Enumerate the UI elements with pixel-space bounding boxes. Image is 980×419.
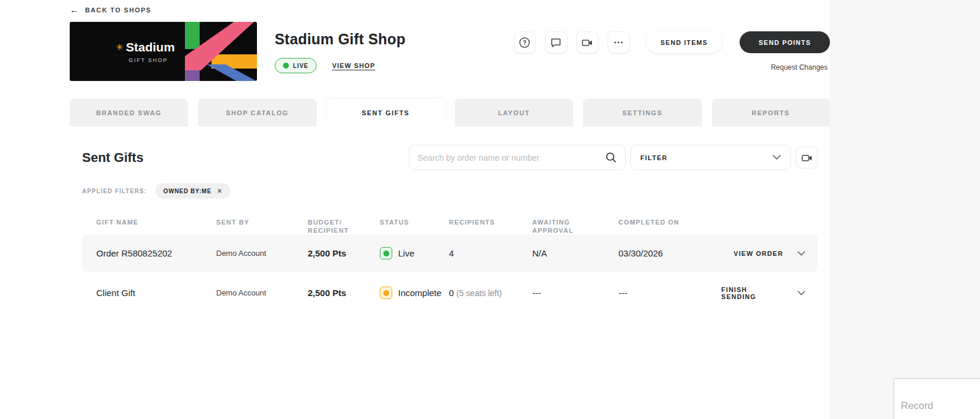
filter-chip-owned-by-me[interactable]: OWNED BY:ME ✕ [155, 183, 231, 199]
help-icon: ? [519, 37, 530, 48]
help-button[interactable]: ? [514, 31, 536, 53]
order-search [409, 145, 626, 170]
row-expand-chevron[interactable] [797, 251, 805, 256]
status-incomplete-icon [380, 287, 392, 299]
view-order-link[interactable]: VIEW ORDER [734, 250, 783, 257]
cell-sent-by: Demo Account [216, 249, 308, 258]
shop-banner-image: ✳ Stadium GIFT SHOP [70, 22, 257, 81]
table-header-row: GIFT NAME SENT BY BUDGET/ RECIPIENT STAT… [82, 218, 818, 235]
back-to-shops-link[interactable]: ← BACK TO SHOPS [70, 5, 830, 15]
seats-left-note: (5 seats left) [457, 288, 502, 298]
video-camera-icon [581, 37, 594, 48]
page-title: Stadium Gift Shop [275, 31, 405, 48]
main-column: ← BACK TO SHOPS ✳ Stadium GIFT SHOP Stad… [70, 0, 830, 311]
tab-sent-gifts[interactable]: SENT GIFTS [327, 99, 445, 126]
cell-recipients: 0 (5 seats left) [449, 288, 532, 298]
svg-text:?: ? [523, 40, 526, 46]
tab-layout[interactable]: LAYOUT [455, 99, 573, 126]
cell-awaiting-approval: N/A [532, 248, 618, 258]
tab-shop-catalog[interactable]: SHOP CATALOG [198, 99, 316, 126]
cell-completed-on: --- [618, 288, 721, 298]
table-video-button[interactable] [796, 147, 818, 168]
cell-gift-name: Client Gift [82, 288, 216, 298]
record-button[interactable]: Record [894, 378, 980, 419]
chat-button[interactable] [545, 31, 567, 53]
cell-completed-on: 03/30/2026 [618, 248, 721, 258]
sent-gifts-panel: Sent Gifts FILTER [70, 145, 830, 311]
shop-header: ✳ Stadium GIFT SHOP Stadium Gift Shop LI… [70, 22, 830, 81]
tab-settings[interactable]: SETTINGS [583, 99, 701, 126]
cell-gift-name: Order R580825202 [82, 248, 216, 258]
more-options-button[interactable] [608, 31, 630, 53]
row-expand-chevron[interactable] [797, 291, 805, 295]
svg-text:✳: ✳ [116, 42, 123, 52]
chip-close-icon[interactable]: ✕ [217, 188, 222, 194]
banner-brand-text: Stadium [126, 40, 175, 54]
cell-status: Incomplete [380, 287, 449, 299]
video-camera-icon [800, 152, 813, 164]
shop-tabs: BRANDED SWAG SHOP CATALOG SENT GIFTS LAY… [70, 99, 830, 126]
back-arrow-icon: ← [70, 5, 79, 15]
cell-status: Live [380, 247, 449, 259]
video-button[interactable] [577, 31, 598, 53]
banner-tagline-text: GIFT SHOP [129, 57, 168, 63]
cell-budget: 2,500 Pts [308, 248, 380, 258]
tab-branded-swag[interactable]: BRANDED SWAG [70, 99, 188, 126]
cell-sent-by: Demo Account [216, 288, 308, 297]
table-row: Order R580825202 Demo Account 2,500 Pts … [82, 235, 818, 272]
request-changes-link[interactable]: Request Changes [771, 63, 830, 72]
search-icon[interactable] [605, 152, 617, 163]
applied-filters-label: APPLIED FILTERS: [82, 188, 147, 194]
shop-title-block: Stadium Gift Shop LIVE VIEW SHOP [275, 22, 405, 81]
sent-gifts-table: GIFT NAME SENT BY BUDGET/ RECIPIENT STAT… [82, 218, 818, 311]
view-shop-link[interactable]: VIEW SHOP [332, 62, 375, 69]
section-heading: Sent Gifts [82, 150, 144, 165]
live-dot-icon [283, 63, 289, 69]
page-right-gutter [830, 0, 980, 419]
back-label: BACK TO SHOPS [85, 7, 151, 14]
status-live-icon [380, 247, 392, 259]
chat-icon [550, 37, 562, 48]
live-status-badge: LIVE [275, 58, 317, 73]
filter-dropdown[interactable]: FILTER [630, 145, 791, 170]
chevron-down-icon [773, 155, 781, 160]
finish-sending-link[interactable]: FINISH SENDING [721, 286, 783, 300]
search-input[interactable] [418, 153, 605, 163]
ellipsis-icon [613, 37, 624, 48]
cell-budget: 2,500 Pts [308, 288, 380, 298]
send-points-button[interactable]: SEND POINTS [740, 31, 830, 53]
cell-recipients: 4 [449, 248, 532, 258]
send-items-button[interactable]: SEND ITEMS [646, 31, 722, 53]
table-row: Client Gift Demo Account 2,500 Pts Incom… [82, 274, 818, 311]
tab-reports[interactable]: REPORTS [712, 99, 830, 126]
cell-awaiting-approval: --- [532, 288, 618, 298]
